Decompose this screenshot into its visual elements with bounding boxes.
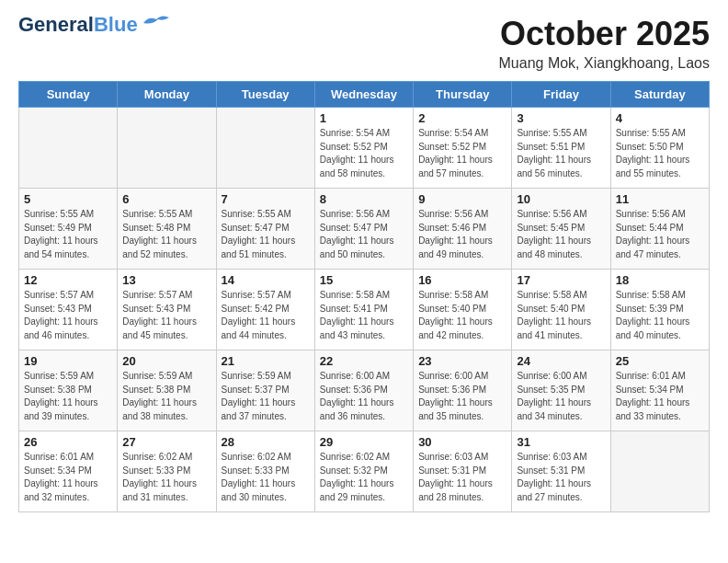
day-info: Sunrise: 5:55 AM Sunset: 5:49 PM Dayligh… [24,208,112,261]
weekday-header: Tuesday [216,82,314,108]
weekday-header: Friday [512,82,610,108]
location-subtitle: Muang Mok, Xiangkhoang, Laos [499,55,710,72]
day-info: Sunrise: 6:00 AM Sunset: 5:35 PM Dayligh… [517,370,605,423]
weekday-header: Saturday [610,82,709,108]
day-info: Sunrise: 5:58 AM Sunset: 5:40 PM Dayligh… [517,289,605,342]
weekday-header: Sunday [19,82,118,108]
day-info: Sunrise: 5:59 AM Sunset: 5:37 PM Dayligh… [222,370,310,423]
day-number: 11 [616,192,704,206]
calendar-week-row: 19Sunrise: 5:59 AM Sunset: 5:38 PM Dayli… [19,350,710,431]
calendar-cell: 5Sunrise: 5:55 AM Sunset: 5:49 PM Daylig… [19,189,118,270]
calendar-cell: 3Sunrise: 5:55 AM Sunset: 5:51 PM Daylig… [512,108,610,189]
day-number: 22 [320,354,408,368]
day-info: Sunrise: 5:57 AM Sunset: 5:43 PM Dayligh… [24,289,112,342]
day-number: 28 [222,435,310,449]
calendar-cell [216,108,314,189]
calendar-cell: 4Sunrise: 5:55 AM Sunset: 5:50 PM Daylig… [610,108,709,189]
logo-text: GeneralBlue [18,15,138,35]
day-info: Sunrise: 6:02 AM Sunset: 5:33 PM Dayligh… [222,451,310,504]
calendar-cell: 27Sunrise: 6:02 AM Sunset: 5:33 PM Dayli… [118,431,216,512]
day-number: 7 [222,192,310,206]
weekday-header: Monday [118,82,216,108]
weekday-header-row: SundayMondayTuesdayWednesdayThursdayFrid… [19,82,710,108]
calendar-week-row: 12Sunrise: 5:57 AM Sunset: 5:43 PM Dayli… [19,270,710,350]
calendar-cell: 2Sunrise: 5:54 AM Sunset: 5:52 PM Daylig… [414,108,512,189]
day-info: Sunrise: 5:55 AM Sunset: 5:48 PM Dayligh… [122,208,210,261]
day-info: Sunrise: 5:59 AM Sunset: 5:38 PM Dayligh… [24,370,112,423]
calendar-cell: 28Sunrise: 6:02 AM Sunset: 5:33 PM Dayli… [216,431,314,512]
day-number: 27 [122,435,210,449]
day-number: 24 [517,354,605,368]
logo-bird-icon [142,12,171,32]
calendar-week-row: 1Sunrise: 5:54 AM Sunset: 5:52 PM Daylig… [19,108,710,189]
page-header: GeneralBlue October 2025 Muang Mok, Xian… [18,15,710,72]
calendar-cell: 21Sunrise: 5:59 AM Sunset: 5:37 PM Dayli… [216,350,314,431]
day-number: 9 [418,192,506,206]
day-number: 14 [222,273,310,287]
day-info: Sunrise: 5:54 AM Sunset: 5:52 PM Dayligh… [320,127,408,180]
day-info: Sunrise: 5:58 AM Sunset: 5:40 PM Dayligh… [418,289,506,342]
day-number: 1 [320,111,408,125]
day-number: 16 [418,273,506,287]
weekday-header: Thursday [414,82,512,108]
day-number: 2 [418,111,506,125]
weekday-header: Wednesday [314,82,413,108]
calendar-cell: 22Sunrise: 6:00 AM Sunset: 5:36 PM Dayli… [314,350,413,431]
calendar-cell: 19Sunrise: 5:59 AM Sunset: 5:38 PM Dayli… [19,350,118,431]
day-info: Sunrise: 6:00 AM Sunset: 5:36 PM Dayligh… [320,370,408,423]
day-info: Sunrise: 5:56 AM Sunset: 5:45 PM Dayligh… [517,208,605,261]
day-info: Sunrise: 5:58 AM Sunset: 5:41 PM Dayligh… [320,289,408,342]
calendar-cell: 6Sunrise: 5:55 AM Sunset: 5:48 PM Daylig… [118,189,216,270]
calendar-week-row: 26Sunrise: 6:01 AM Sunset: 5:34 PM Dayli… [19,431,710,512]
month-title: October 2025 [499,15,710,53]
calendar-cell: 25Sunrise: 6:01 AM Sunset: 5:34 PM Dayli… [610,350,709,431]
day-number: 21 [222,354,310,368]
calendar-cell: 16Sunrise: 5:58 AM Sunset: 5:40 PM Dayli… [414,270,512,350]
day-number: 18 [616,273,704,287]
day-number: 3 [517,111,605,125]
day-info: Sunrise: 6:03 AM Sunset: 5:31 PM Dayligh… [418,451,506,504]
calendar-cell: 15Sunrise: 5:58 AM Sunset: 5:41 PM Dayli… [314,270,413,350]
day-info: Sunrise: 5:56 AM Sunset: 5:44 PM Dayligh… [616,208,704,261]
day-info: Sunrise: 6:01 AM Sunset: 5:34 PM Dayligh… [616,370,704,423]
calendar-cell: 30Sunrise: 6:03 AM Sunset: 5:31 PM Dayli… [414,431,512,512]
calendar-cell [19,108,118,189]
calendar-cell: 29Sunrise: 6:02 AM Sunset: 5:32 PM Dayli… [314,431,413,512]
calendar-cell: 14Sunrise: 5:57 AM Sunset: 5:42 PM Dayli… [216,270,314,350]
day-number: 25 [616,354,704,368]
day-number: 23 [418,354,506,368]
calendar-week-row: 5Sunrise: 5:55 AM Sunset: 5:49 PM Daylig… [19,189,710,270]
calendar-cell: 8Sunrise: 5:56 AM Sunset: 5:47 PM Daylig… [314,189,413,270]
day-info: Sunrise: 5:56 AM Sunset: 5:46 PM Dayligh… [418,208,506,261]
calendar-cell: 24Sunrise: 6:00 AM Sunset: 5:35 PM Dayli… [512,350,610,431]
day-info: Sunrise: 6:02 AM Sunset: 5:33 PM Dayligh… [122,451,210,504]
calendar-cell [118,108,216,189]
day-number: 15 [320,273,408,287]
day-info: Sunrise: 6:01 AM Sunset: 5:34 PM Dayligh… [24,451,112,504]
calendar-cell: 26Sunrise: 6:01 AM Sunset: 5:34 PM Dayli… [19,431,118,512]
day-info: Sunrise: 5:56 AM Sunset: 5:47 PM Dayligh… [320,208,408,261]
calendar-cell: 13Sunrise: 5:57 AM Sunset: 5:43 PM Dayli… [118,270,216,350]
day-number: 6 [122,192,210,206]
day-number: 30 [418,435,506,449]
day-info: Sunrise: 6:00 AM Sunset: 5:36 PM Dayligh… [418,370,506,423]
calendar-cell: 10Sunrise: 5:56 AM Sunset: 5:45 PM Dayli… [512,189,610,270]
calendar-cell: 12Sunrise: 5:57 AM Sunset: 5:43 PM Dayli… [19,270,118,350]
calendar-table: SundayMondayTuesdayWednesdayThursdayFrid… [18,81,710,512]
day-number: 17 [517,273,605,287]
calendar-cell: 1Sunrise: 5:54 AM Sunset: 5:52 PM Daylig… [314,108,413,189]
calendar-cell: 7Sunrise: 5:55 AM Sunset: 5:47 PM Daylig… [216,189,314,270]
day-number: 19 [24,354,112,368]
day-number: 4 [616,111,704,125]
calendar-cell [610,431,709,512]
day-number: 29 [320,435,408,449]
calendar-cell: 11Sunrise: 5:56 AM Sunset: 5:44 PM Dayli… [610,189,709,270]
day-number: 13 [122,273,210,287]
day-info: Sunrise: 5:58 AM Sunset: 5:39 PM Dayligh… [616,289,704,342]
day-info: Sunrise: 5:57 AM Sunset: 5:43 PM Dayligh… [122,289,210,342]
title-section: October 2025 Muang Mok, Xiangkhoang, Lao… [499,15,710,72]
calendar-cell: 17Sunrise: 5:58 AM Sunset: 5:40 PM Dayli… [512,270,610,350]
day-info: Sunrise: 5:55 AM Sunset: 5:51 PM Dayligh… [517,127,605,180]
calendar-cell: 9Sunrise: 5:56 AM Sunset: 5:46 PM Daylig… [414,189,512,270]
day-number: 26 [24,435,112,449]
